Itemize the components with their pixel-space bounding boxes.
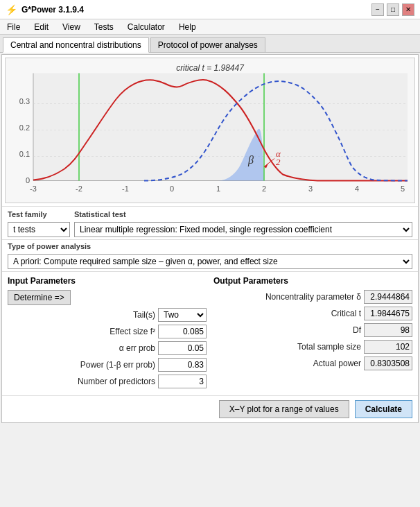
critical-t-output: 1.9844675 [364, 307, 412, 320]
test-family-label: Test family [8, 210, 70, 218]
tab-distributions[interactable]: Central and noncentral distributions [3, 37, 149, 53]
tails-select[interactable]: Two One [158, 308, 207, 322]
predictors-label: Number of predictors [8, 377, 155, 386]
df-label: Df [213, 325, 361, 335]
menu-view[interactable]: View [60, 22, 83, 33]
menu-edit[interactable]: Edit [31, 22, 51, 33]
svg-text:0: 0 [26, 176, 30, 184]
noncentrality-row: Noncentrality parameter δ 2.9444864 [213, 290, 412, 304]
menu-calculator[interactable]: Calculator [125, 22, 168, 33]
svg-text:-1: -1 [122, 184, 129, 193]
svg-text:5: 5 [401, 184, 405, 193]
menu-file[interactable]: File [4, 22, 23, 33]
effect-size-label: Effect size f² [8, 327, 155, 336]
svg-text:0.2: 0.2 [19, 123, 30, 132]
beta-label: β [247, 154, 254, 166]
svg-text:4: 4 [355, 184, 359, 193]
main-content: critical t = 1.98447 -3 -2 -1 0 1 2 3 4 … [1, 54, 419, 423]
noncentrality-output: 2.9444864 [364, 290, 412, 304]
power-analysis-select[interactable]: A priori: Compute required sample size –… [8, 254, 412, 269]
effect-size-input[interactable]: 0.085 [158, 325, 207, 338]
noncentrality-label: Noncentrality parameter δ [213, 292, 361, 302]
tails-label: Tail(s) [8, 310, 155, 320]
input-params-title: Input Parameters [8, 276, 207, 286]
df-output: 98 [364, 323, 412, 337]
critical-t-row: Critical t 1.9844675 [213, 307, 412, 320]
stat-test-label: Statistical test [74, 210, 412, 218]
input-params: Input Parameters Determine => Tail(s) Tw… [8, 276, 207, 391]
svg-text:3: 3 [308, 184, 313, 193]
minimize-button[interactable]: − [371, 3, 384, 16]
output-params-title: Output Parameters [213, 276, 412, 286]
maximize-button[interactable]: □ [387, 3, 399, 16]
power-label: Power (1-β err prob) [8, 360, 155, 370]
menu-bar: File Edit View Tests Calculator Help [0, 19, 420, 35]
sample-size-output: 102 [364, 340, 412, 354]
critical-t-label: critical t = 1.98447 [176, 63, 245, 73]
tab-protocol[interactable]: Protocol of power analyses [150, 37, 265, 52]
svg-text:0.3: 0.3 [19, 97, 30, 105]
menu-help[interactable]: Help [176, 22, 199, 33]
parameters-section: Input Parameters Determine => Tail(s) Tw… [2, 271, 418, 395]
tails-row: Tail(s) Two One [8, 308, 207, 322]
svg-text:2: 2 [262, 184, 266, 193]
output-params: Output Parameters Noncentrality paramete… [213, 276, 412, 391]
determine-button[interactable]: Determine => [8, 290, 71, 305]
close-button[interactable]: ✕ [402, 3, 414, 16]
svg-text:-2: -2 [76, 184, 82, 193]
alpha-err-input[interactable]: 0.05 [158, 341, 207, 355]
test-family-select[interactable]: t tests [8, 222, 70, 237]
app-icon: ⚡ [6, 4, 17, 15]
power-row: Power (1-β err prob) 0.83 [8, 358, 207, 372]
svg-text:0.1: 0.1 [19, 150, 30, 158]
sample-size-row: Total sample size 102 [213, 340, 412, 354]
critical-t-label-param: Critical t [213, 309, 361, 318]
predictors-row: Number of predictors 3 [8, 375, 207, 388]
svg-text:-3: -3 [30, 184, 37, 193]
test-family-section: Test family t tests Statistical test Lin… [2, 206, 418, 239]
xy-plot-button[interactable]: X–Y plot for a range of values [219, 400, 349, 418]
actual-power-output: 0.8303508 [364, 356, 412, 370]
tabs-bar: Central and noncentral distributions Pro… [0, 35, 420, 53]
chart-area: critical t = 1.98447 -3 -2 -1 0 1 2 3 4 … [5, 58, 415, 203]
stat-test-select[interactable]: Linear multiple regression: Fixed model,… [74, 222, 412, 237]
svg-text:2: 2 [276, 157, 281, 167]
df-row: Df 98 [213, 323, 412, 337]
title-bar-controls[interactable]: − □ ✕ [371, 3, 414, 16]
sample-size-label: Total sample size [213, 342, 361, 352]
svg-text:1: 1 [216, 184, 220, 193]
actual-power-row: Actual power 0.8303508 [213, 356, 412, 370]
power-analysis-label: Type of power analysis [8, 242, 412, 250]
predictors-input[interactable]: 3 [158, 375, 207, 388]
title-bar-title: ⚡ G*Power 3.1.9.4 [6, 4, 84, 15]
svg-text:0: 0 [170, 184, 174, 193]
power-analysis-section: Type of power analysis A priori: Compute… [2, 239, 418, 271]
menu-tests[interactable]: Tests [91, 22, 116, 33]
chart-svg: critical t = 1.98447 -3 -2 -1 0 1 2 3 4 … [6, 58, 414, 203]
effect-size-row: Effect size f² 0.085 [8, 325, 207, 338]
alpha-err-label: α err prob [8, 343, 155, 353]
actual-power-label: Actual power [213, 359, 361, 368]
bottom-bar: X–Y plot for a range of values Calculate [2, 395, 418, 422]
calculate-button[interactable]: Calculate [355, 400, 412, 418]
title-bar: ⚡ G*Power 3.1.9.4 − □ ✕ [0, 0, 420, 19]
alpha-err-row: α err prob 0.05 [8, 341, 207, 355]
power-input[interactable]: 0.83 [158, 358, 207, 372]
